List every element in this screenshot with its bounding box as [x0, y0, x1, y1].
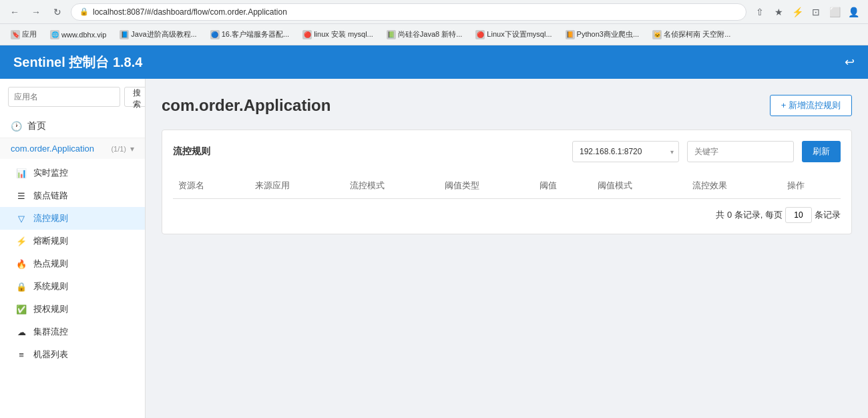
- app-title: Sentinel 控制台 1.8.4: [13, 53, 142, 71]
- bookmark-item[interactable]: 🔴Linux下设置mysql...: [470, 28, 557, 41]
- sidebar: 搜索 🕐 首页 com.order.Application (1/1) ▾ 📊实…: [0, 79, 146, 418]
- url-text: localhost:8087/#/dashboard/flow/com.orde…: [93, 7, 287, 17]
- total-text: 共 0 条记录, 每页: [716, 209, 783, 221]
- add-rule-button[interactable]: + 新增流控规则: [770, 95, 852, 116]
- lock-icon: 🔒: [79, 7, 89, 16]
- bookmark-item[interactable]: 🌐www.dbhx.vip: [45, 29, 112, 41]
- bookmark-label: Python3商业爬虫...: [577, 29, 640, 39]
- menu-label-2: 流控规则: [33, 212, 68, 224]
- logout-icon[interactable]: ↩: [845, 55, 855, 69]
- card-title: 流控规则: [173, 146, 210, 158]
- bookmark-label: 名侦探柯南 天空附...: [664, 29, 730, 39]
- menu-icon-0: 📊: [16, 168, 27, 178]
- bookmark-favicon: 🔖: [11, 30, 20, 39]
- bookmark-label: linux 安装 mysql...: [314, 29, 373, 39]
- url-bar[interactable]: 🔒 localhost:8087/#/dashboard/flow/com.or…: [71, 3, 746, 21]
- bookmark-item[interactable]: 🔵16.客户端服务器配...: [205, 28, 294, 41]
- menu-icon-7: ☁: [16, 327, 27, 337]
- back-button[interactable]: ←: [7, 4, 23, 20]
- menu-icon-2: ▽: [16, 214, 27, 224]
- sidebar-item-热点规则[interactable]: 🔥热点规则: [0, 252, 145, 275]
- home-icon: 🕐: [11, 121, 22, 132]
- sidebar-item-授权规则[interactable]: ✅授权规则: [0, 298, 145, 321]
- ip-select[interactable]: 192.168.6.1:8720: [572, 141, 679, 162]
- flow-rules-card: 流控规则 192.168.6.1:8720 ▾ 刷新 资源名来源应用流控模式阈值…: [162, 130, 852, 234]
- bookmark-favicon: 🔵: [210, 30, 220, 39]
- menu-label-5: 系统规则: [33, 280, 68, 292]
- browser-actions: ⇧ ★ ⚡ ⊡ ⬜ 👤: [752, 4, 861, 20]
- tab-button[interactable]: ⊡: [808, 4, 824, 20]
- chevron-down-icon: ▾: [130, 144, 134, 154]
- flow-rules-table: 资源名来源应用流控模式阈值类型阈值阈值模式流控效果操作: [173, 173, 841, 199]
- unit-text: 条记录: [815, 209, 841, 221]
- keyword-input[interactable]: [687, 141, 794, 162]
- refresh-button[interactable]: 刷新: [802, 141, 841, 162]
- sidebar-search: 搜索: [0, 79, 145, 115]
- card-toolbar: 流控规则 192.168.6.1:8720 ▾ 刷新: [173, 141, 841, 162]
- menu-icon-5: 🔒: [16, 282, 27, 292]
- menu-label-3: 熔断规则: [33, 235, 68, 247]
- bookmark-label: 尚硅谷Java8 新特...: [398, 29, 463, 39]
- bookmark-favicon: 🌐: [50, 30, 59, 39]
- bookmark-item[interactable]: 📗尚硅谷Java8 新特...: [381, 28, 468, 41]
- menu-icon-8: ≡: [16, 350, 27, 360]
- bookmark-item[interactable]: 🔴linux 安装 mysql...: [297, 28, 379, 41]
- sidebar-item-系统规则[interactable]: 🔒系统规则: [0, 275, 145, 298]
- menu-icon-1: ☰: [16, 191, 27, 201]
- app-search-input[interactable]: [8, 87, 120, 107]
- menu-label-4: 热点规则: [33, 258, 68, 270]
- sidebar-item-熔断规则[interactable]: ⚡熔断规则: [0, 230, 145, 252]
- col-header-1: 来源应用: [250, 173, 345, 199]
- col-header-7: 操作: [782, 173, 841, 199]
- extension-button[interactable]: ⚡: [789, 4, 805, 20]
- search-button[interactable]: 搜索: [124, 87, 146, 107]
- menu-label-1: 簇点链路: [33, 190, 68, 202]
- bookmark-favicon: 🔴: [302, 30, 312, 39]
- share-button[interactable]: ⇧: [752, 4, 768, 20]
- main-content: com.order.Application + 新增流控规则 流控规则 192.…: [146, 79, 868, 418]
- table-footer: 共 0 条记录, 每页 条记录: [173, 207, 841, 223]
- menu-label-7: 集群流控: [33, 326, 68, 338]
- window-button[interactable]: ⬜: [827, 4, 843, 20]
- page-size-input[interactable]: [785, 207, 812, 223]
- forward-button[interactable]: →: [28, 4, 44, 20]
- sidebar-app-header[interactable]: com.order.Application (1/1) ▾: [0, 138, 145, 159]
- bookmark-item[interactable]: 🐱名侦探柯南 天空附...: [647, 28, 736, 41]
- menu-icon-3: ⚡: [16, 236, 27, 246]
- profile-button[interactable]: 👤: [845, 4, 861, 20]
- bookmark-item[interactable]: 📘Java进阶高级教程...: [114, 28, 202, 41]
- sidebar-item-簇点链路[interactable]: ☰簇点链路: [0, 184, 145, 207]
- bookmark-label: Linux下设置mysql...: [487, 29, 552, 39]
- sidebar-item-流控规则[interactable]: ▽流控规则: [0, 207, 145, 230]
- app-body: 搜索 🕐 首页 com.order.Application (1/1) ▾ 📊实…: [0, 79, 868, 418]
- bookmark-favicon: 🔴: [475, 30, 485, 39]
- bookmark-button[interactable]: ★: [771, 4, 787, 20]
- table-wrapper: 资源名来源应用流控模式阈值类型阈值阈值模式流控效果操作: [173, 173, 841, 199]
- sidebar-app-item: com.order.Application (1/1) ▾ 📊实时监控☰簇点链路…: [0, 138, 145, 369]
- col-header-2: 流控模式: [345, 173, 439, 199]
- home-label: 首页: [27, 120, 46, 132]
- bookmark-item[interactable]: 🔖应用: [5, 28, 42, 41]
- sidebar-menu: 📊实时监控☰簇点链路▽流控规则⚡熔断规则🔥热点规则🔒系统规则✅授权规则☁集群流控…: [0, 159, 145, 369]
- menu-label-6: 授权规则: [33, 303, 68, 315]
- sidebar-item-实时监控[interactable]: 📊实时监控: [0, 162, 145, 184]
- sidebar-item-机器列表[interactable]: ≡机器列表: [0, 343, 145, 366]
- table-header: 资源名来源应用流控模式阈值类型阈值阈值模式流控效果操作: [173, 173, 841, 199]
- bookmark-label: Java进阶高级教程...: [131, 29, 196, 39]
- bookmark-label: www.dbhx.vip: [61, 31, 106, 39]
- bookmark-label: 应用: [22, 29, 37, 39]
- bookmark-favicon: 📗: [387, 30, 396, 39]
- main-header: com.order.Application + 新增流控规则: [162, 95, 852, 116]
- reload-button[interactable]: ↻: [49, 4, 65, 20]
- col-header-4: 阈值: [534, 173, 593, 199]
- sidebar-home[interactable]: 🕐 首页: [0, 115, 145, 138]
- bookmarks-bar: 🔖应用🌐www.dbhx.vip📘Java进阶高级教程...🔵16.客户端服务器…: [0, 24, 868, 45]
- menu-label-0: 实时监控: [33, 167, 68, 179]
- menu-label-8: 机器列表: [33, 349, 68, 361]
- app-count: (1/1): [111, 145, 126, 153]
- sidebar-item-集群流控[interactable]: ☁集群流控: [0, 321, 145, 343]
- app-name: com.order.Application: [11, 144, 94, 154]
- bookmark-item[interactable]: 📙Python3商业爬虫...: [560, 28, 645, 41]
- app-header: Sentinel 控制台 1.8.4 ↩: [0, 45, 868, 79]
- menu-icon-4: 🔥: [16, 259, 27, 269]
